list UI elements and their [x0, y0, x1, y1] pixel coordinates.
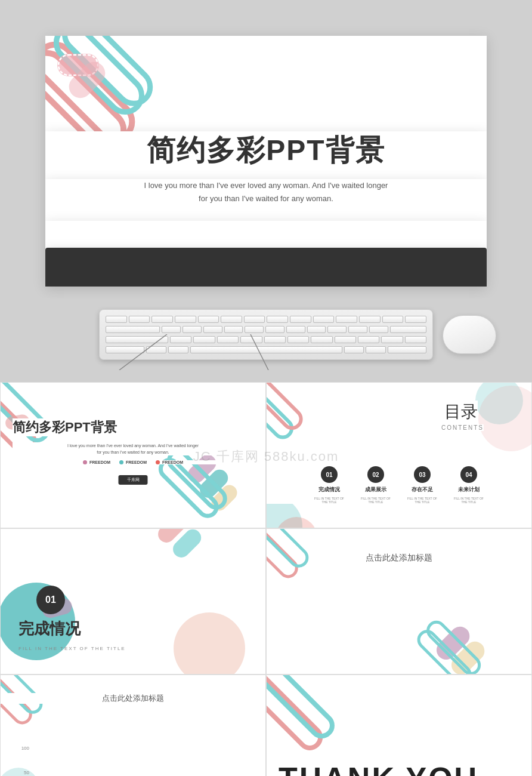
main-preview-slide: 简约多彩PPT背景 I love you more than I've ever… — [45, 36, 487, 287]
slide-cell-2: 目录 CONTENTS 01 完成情况 FILL IN THE TEXT OF … — [266, 382, 532, 528]
slide3-title: 完成情况 — [18, 618, 81, 639]
contents-en-3: FILL IN THE TEXT OF THE TITLE — [404, 497, 440, 504]
slide6-thankyou: THANK YOU — [279, 760, 519, 776]
svg-line-13 — [119, 334, 167, 370]
slide4-deco — [267, 529, 531, 674]
slide3-en: FILL IN THE TEXT OF THE TITLE — [18, 646, 126, 651]
y-label-50: 50 — [13, 770, 29, 775]
contents-num-2: 02 — [367, 466, 384, 483]
slides-grid-row2: 点击此处添加标题 100 50 0 — [0, 675, 532, 776]
y-label-100: 100 — [13, 746, 29, 751]
slide5-add-title: 点击此处添加标题 — [1, 693, 265, 704]
slide4-add-title: 点击此处添加标题 — [267, 553, 531, 563]
contents-item-3: 03 存在不足 FILL IN THE TEXT OF THE TITLE — [404, 466, 440, 504]
contents-en-2: FILL IN THE TEXT OF THE TITLE — [358, 497, 394, 504]
contents-label-3: 存在不足 — [412, 486, 433, 494]
contents-en-1: FILL IN THE TEXT OF THE TITLE — [311, 497, 347, 504]
contents-item-4: 04 未来计划 FILL IN THE TEXT OF THE TITLE — [451, 466, 487, 504]
slide2-deco — [267, 383, 531, 528]
contents-num-3: 03 — [414, 466, 431, 483]
bar-chart: 100 50 0 — [13, 746, 253, 776]
connector-lines — [0, 334, 532, 370]
slides-grid-row1: 简约多彩PPT背景 I love you more than I've ever… — [0, 382, 532, 675]
contents-label-4: 未来计划 — [458, 486, 480, 494]
slide1-sub: I love you more than I've ever loved any… — [13, 442, 253, 455]
key-row-2 — [106, 326, 426, 333]
deco-topleft-stripes — [45, 36, 183, 143]
contents-item-1: 01 完成情况 FILL IN THE TEXT OF THE TITLE — [311, 466, 347, 504]
svg-line-14 — [250, 334, 268, 370]
slide2-contents-items: 01 完成情况 FILL IN THE TEXT OF THE TITLE 02… — [267, 466, 531, 504]
slide-cell-3: 01 完成情况 FILL IN THE TEXT OF THE TITLE — [0, 528, 266, 675]
slide1-btn: 千库网 — [119, 475, 148, 485]
svg-rect-44 — [267, 675, 336, 740]
bars-area — [32, 746, 253, 776]
key-row-1 — [106, 316, 426, 323]
keyboard-section — [0, 298, 532, 370]
slide-cell-4: 点击此处添加标题 — [266, 528, 532, 675]
slide-cell-1: 简约多彩PPT背景 I love you more than I've ever… — [0, 382, 266, 528]
slide2-mulu-title: 目录 — [444, 401, 478, 423]
slide3-num: 01 — [36, 586, 65, 614]
slide1-title: 简约多彩PPT背景 — [13, 418, 117, 436]
contents-label-1: 完成情况 — [318, 486, 340, 494]
contents-label-2: 成果展示 — [365, 486, 386, 494]
contents-en-4: FILL IN THE TEXT OF THE TITLE — [451, 497, 487, 504]
slide-cell-6: THANK YOU — [266, 675, 532, 776]
qianku-button[interactable]: 千库网 — [45, 248, 487, 287]
svg-point-32 — [174, 612, 245, 674]
contents-num-4: 04 — [460, 466, 477, 483]
contents-num-1: 01 — [321, 466, 338, 483]
slide2-contents-sub: CONTENTS — [441, 424, 484, 431]
y-axis-labels: 100 50 0 — [13, 746, 29, 776]
slide1-freedom: FREEDOM FREEDOM FREEDOM — [1, 460, 265, 464]
contents-item-2: 02 成果展示 FILL IN THE TEXT OF THE TITLE — [358, 466, 394, 504]
slide-cell-5: 点击此处添加标题 100 50 0 — [0, 675, 266, 776]
